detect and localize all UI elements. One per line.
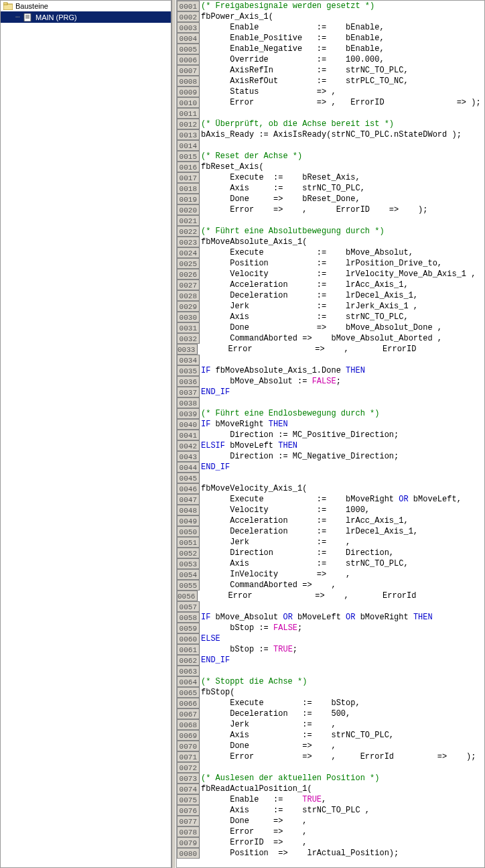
code-line[interactable]: 0011 (177, 108, 484, 119)
code-text: Done => bMove_Absolut_Done , (201, 322, 442, 333)
tree-panel[interactable]: Bausteine ┄ MAIN (PRG) (0, 0, 171, 868)
code-line[interactable]: 0076 Axis := strNC_TO_PLC , (177, 805, 484, 816)
code-line[interactable]: 0014 (177, 140, 484, 151)
code-line[interactable]: 0029 Jerk := lrJerk_Axis_1 , (177, 301, 484, 312)
code-line[interactable]: 0028 Deceleration := lrDecel_Axis_1, (177, 290, 484, 301)
code-line[interactable]: 0019 Done => bReset_Done, (177, 194, 484, 204)
code-line[interactable]: 0003 Enable := bEnable, (177, 22, 484, 33)
code-line[interactable]: 0079 ErrorID => , (177, 837, 484, 848)
line-number: 0077 (177, 816, 200, 826)
code-line[interactable]: 0054 InVelocity => , (177, 569, 484, 580)
code-line[interactable]: 0009 Status => , (177, 86, 484, 97)
code-line[interactable]: 0005 Enable_Negative := bEnable, (177, 44, 484, 54)
code-line[interactable]: 0060ELSE (177, 633, 484, 644)
code-line[interactable]: 0046fbMoveVelocity_Axis_1( (177, 483, 484, 494)
code-line[interactable]: 0065fbStop( (177, 687, 484, 698)
code-line[interactable]: 0034 (177, 355, 484, 365)
code-line[interactable]: 0032 CommandAborted => bMove_Absolut_Abo… (177, 333, 484, 344)
line-number: 0022 (177, 226, 200, 237)
code-line[interactable]: 0037END_IF (177, 387, 484, 397)
code-line[interactable]: 0016fbReset_Axis( (177, 162, 484, 172)
code-line[interactable]: 0010 Error => , ErrorID => ); (177, 97, 484, 108)
code-line[interactable]: 0063 (177, 666, 484, 676)
code-line[interactable]: 0080 Position => lrActual_Position); (177, 848, 484, 859)
code-line[interactable]: 0053 Axis := strNC_TO_PLC, (177, 558, 484, 569)
code-line[interactable]: 0035IF fbMoveAbsolute_Axis_1.Done THEN (177, 365, 484, 376)
code-line[interactable]: 0004 Enable_Positive := bEnable, (177, 33, 484, 44)
code-line[interactable]: 0022(* Führt eine Absolutbewegung durch … (177, 226, 484, 237)
code-line[interactable]: 0030 Axis := strNC_TO_PLC, (177, 312, 484, 322)
code-line[interactable]: 0001(* Freigabesignale werden gesetzt *) (177, 1, 484, 11)
code-line[interactable]: 0070 Done => , (177, 741, 484, 751)
code-line[interactable]: 0039(* Führt eine Endlosbewegung durch *… (177, 408, 484, 419)
code-line[interactable]: 0017 Execute := bReset_Axis, (177, 172, 484, 183)
code-line[interactable]: 0013bAxis_Ready := AxisIsReady(strNC_TO_… (177, 129, 484, 140)
code-line[interactable]: 0024 Execute := bMove_Absolut, (177, 247, 484, 258)
code-line[interactable]: 0042ELSIF bMoveLeft THEN (177, 440, 484, 451)
code-line[interactable]: 0068 Jerk := , (177, 719, 484, 730)
code-line[interactable]: 0025 Position := lrPosition_Drive_to, (177, 258, 484, 269)
code-line[interactable]: 0069 Axis := strNC_TO_PLC, (177, 730, 484, 741)
code-line[interactable]: 0048 Velocity := 1000, (177, 505, 484, 515)
code-line[interactable]: 0072 (177, 762, 484, 773)
code-line[interactable]: 0077 Done => , (177, 816, 484, 826)
code-text: Axis := strNC_TO_PLC , (201, 805, 370, 816)
code-line[interactable]: 0031 Done => bMove_Absolut_Done , (177, 322, 484, 333)
code-text: Velocity := lrVelocity_Move_Ab_Axis_1 , (201, 269, 476, 280)
tree-item-main[interactable]: ┄ MAIN (PRG) (1, 11, 171, 23)
code-editor[interactable]: 0001(* Freigabesignale werden gesetzt *)… (176, 0, 485, 868)
code-line[interactable]: 0058IF bMove_Absolut OR bMoveLeft OR bMo… (177, 612, 484, 623)
code-line[interactable]: 0057 (177, 601, 484, 612)
code-line[interactable]: 0067 Deceleration := 500, (177, 708, 484, 719)
line-number: 0052 (177, 548, 200, 558)
panel-divider[interactable] (171, 0, 176, 868)
code-line[interactable]: 0062END_IF (177, 655, 484, 666)
code-line[interactable]: 0041 Direction := MC_Positive_Direction; (177, 430, 484, 440)
code-line[interactable]: 0033 Error => , ErrorID => ); (177, 344, 484, 355)
code-line[interactable]: 0018 Axis := strNC_TO_PLC, (177, 183, 484, 194)
code-line[interactable]: 0050 Deceleration := lrDecel_Axis_1, (177, 526, 484, 537)
code-line[interactable]: 0008 AxisRefOut := strPLC_TO_NC, (177, 76, 484, 86)
code-line[interactable]: 0075 Enable := TRUE, (177, 794, 484, 805)
code-line[interactable]: 0021 (177, 215, 484, 226)
code-text: Acceleration := lrAcc_Axis_1, (201, 515, 409, 526)
code-line[interactable]: 0071 Error => , ErrorId => ); (177, 751, 484, 762)
line-number: 0002 (177, 11, 200, 22)
tree-root-item[interactable]: Bausteine (1, 1, 171, 11)
code-line[interactable]: 0007 AxisRefIn := strNC_TO_PLC, (177, 65, 484, 76)
code-line[interactable]: 0078 Error => , (177, 826, 484, 837)
code-line[interactable]: 0006 Override := 100.000, (177, 54, 484, 65)
code-line[interactable]: 0059 bStop := FALSE; (177, 623, 484, 633)
line-number: 0019 (177, 194, 200, 204)
code-text: Axis := strNC_TO_PLC, (201, 312, 409, 322)
code-line[interactable]: 0064(* Stoppt die Achse *) (177, 676, 484, 687)
code-line[interactable]: 0055 CommandAborted => , (177, 580, 484, 591)
code-line[interactable]: 0043 Direction := MC_Negative_Direction; (177, 451, 484, 462)
code-line[interactable]: 0045 (177, 473, 484, 483)
code-line[interactable]: 0036 bMove_Absolut := FALSE; (177, 376, 484, 387)
code-line[interactable]: 0040IF bMoveRight THEN (177, 419, 484, 430)
code-line[interactable]: 0015(* Reset der Achse *) (177, 151, 484, 162)
code-line[interactable]: 0020 Error => , ErrorID => ); (177, 204, 484, 215)
line-number: 0025 (177, 258, 200, 269)
code-line[interactable]: 0047 Execute := bMoveRight OR bMoveLeft, (177, 494, 484, 505)
code-line[interactable]: 0002fbPower_Axis_1( (177, 11, 484, 22)
code-line[interactable]: 0061 bStop := TRUE; (177, 644, 484, 655)
code-text: bMove_Absolut := FALSE; (201, 376, 341, 387)
code-line[interactable]: 0026 Velocity := lrVelocity_Move_Ab_Axis… (177, 269, 484, 280)
code-text: (* Überprüft, ob die Achse bereit ist *) (201, 119, 394, 129)
code-line[interactable]: 0051 Jerk := , (177, 537, 484, 548)
code-line[interactable]: 0056 Error => , ErrorId => ); (177, 591, 484, 601)
code-line[interactable]: 0012(* Überprüft, ob die Achse bereit is… (177, 119, 484, 129)
line-number: 0062 (177, 655, 200, 666)
code-line[interactable]: 0066 Execute := bStop, (177, 698, 484, 708)
code-line[interactable]: 0049 Acceleration := lrAcc_Axis_1, (177, 515, 484, 526)
code-line[interactable]: 0023fbMoveAbsolute_Axis_1( (177, 237, 484, 247)
line-number: 0064 (177, 676, 200, 687)
code-line[interactable]: 0052 Direction := Direction, (177, 548, 484, 558)
code-line[interactable]: 0073(* Auslesen der aktuellen Position *… (177, 773, 484, 784)
code-line[interactable]: 0038 (177, 397, 484, 408)
code-line[interactable]: 0074fbReadActualPosition_1( (177, 784, 484, 794)
code-line[interactable]: 0027 Acceleration := lrAcc_Axis_1, (177, 280, 484, 290)
code-line[interactable]: 0044END_IF (177, 462, 484, 473)
